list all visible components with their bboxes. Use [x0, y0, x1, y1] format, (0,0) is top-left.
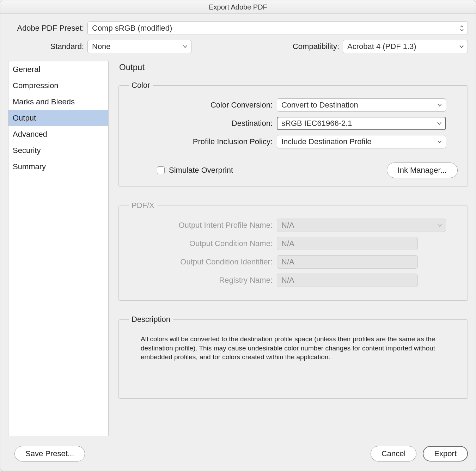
description-legend: Description: [129, 315, 173, 324]
cancel-label: Cancel: [382, 449, 405, 458]
registry-name-label: Registry Name:: [125, 276, 277, 285]
sidebar-item-label: Summary: [13, 162, 46, 171]
ink-manager-button[interactable]: Ink Manager...: [387, 163, 458, 178]
simulate-overprint-label: Simulate Overprint: [169, 166, 233, 175]
compatibility-select[interactable]: Acrobat 4 (PDF 1.3): [343, 40, 468, 53]
sidebar-item-label: Advanced: [13, 130, 47, 139]
pdfx-group: PDF/X Output Intent Profile Name: N/A Ou…: [118, 201, 468, 301]
condition-id-input: N/A: [277, 255, 418, 269]
destination-select[interactable]: sRGB IEC61966-2.1: [277, 117, 446, 130]
ink-manager-label: Ink Manager...: [398, 166, 447, 175]
sidebar-item-general[interactable]: General: [8, 61, 108, 78]
registry-name-value: N/A: [281, 276, 294, 285]
chevron-down-icon: [437, 103, 442, 107]
destination-label: Destination:: [125, 119, 277, 128]
sidebar-item-output[interactable]: Output: [8, 110, 108, 126]
sidebar-item-security[interactable]: Security: [8, 142, 108, 159]
condition-id-value: N/A: [281, 257, 294, 267]
intent-profile-value: N/A: [281, 221, 294, 230]
chevron-updown-icon: [460, 25, 464, 31]
cancel-button[interactable]: Cancel: [371, 446, 416, 461]
preset-select[interactable]: Comp sRGB (modified): [87, 22, 468, 35]
export-label: Export: [434, 449, 457, 458]
chevron-down-icon: [459, 45, 464, 48]
color-group: Color Color Conversion: Convert to Desti…: [118, 81, 468, 187]
output-panel: Output Color Color Conversion: Convert t…: [118, 61, 468, 442]
sidebar-item-label: Marks and Bleeds: [13, 97, 75, 106]
color-conversion-select[interactable]: Convert to Destination: [277, 98, 446, 112]
standard-value: None: [92, 42, 111, 51]
profile-policy-value: Include Destination Profile: [281, 137, 372, 146]
panel-title: Output: [119, 62, 468, 72]
compatibility-value: Acrobat 4 (PDF 1.3): [347, 42, 416, 51]
description-group: Description All colors will be converted…: [118, 315, 468, 399]
profile-policy-label: Profile Inclusion Policy:: [125, 137, 277, 146]
color-conversion-label: Color Conversion:: [125, 100, 277, 110]
sidebar-item-marks-and-bleeds[interactable]: Marks and Bleeds: [8, 94, 108, 110]
export-button[interactable]: Export: [423, 446, 468, 461]
intent-profile-select: N/A: [277, 219, 446, 232]
condition-name-value: N/A: [281, 239, 294, 248]
header: Adobe PDF Preset: Comp sRGB (modified) S…: [0, 14, 476, 61]
condition-name-label: Output Condition Name:: [125, 239, 277, 248]
preset-value: Comp sRGB (modified): [92, 24, 172, 33]
chevron-down-icon: [437, 140, 442, 143]
export-pdf-window: Export Adobe PDF Adobe PDF Preset: Comp …: [0, 0, 476, 471]
save-preset-label: Save Preset...: [25, 449, 74, 458]
sidebar-item-summary[interactable]: Summary: [8, 159, 108, 175]
simulate-overprint-checkbox[interactable]: Simulate Overprint: [157, 166, 233, 175]
profile-policy-select[interactable]: Include Destination Profile: [277, 135, 446, 148]
window-title: Export Adobe PDF: [0, 0, 476, 14]
description-text: All colors will be converted to the dest…: [125, 332, 461, 390]
destination-value: sRGB IEC61966-2.1: [281, 119, 352, 128]
standard-label: Standard:: [8, 42, 87, 51]
sidebar-item-label: Security: [13, 146, 41, 155]
chevron-down-icon: [437, 224, 442, 227]
chevron-down-icon: [183, 45, 188, 48]
sidebar-item-compression[interactable]: Compression: [8, 78, 108, 94]
footer: Save Preset... Cancel Export: [0, 442, 476, 471]
compatibility-label: Compatibility:: [293, 42, 343, 51]
standard-select[interactable]: None: [87, 40, 191, 53]
preset-label: Adobe PDF Preset:: [8, 24, 87, 33]
color-legend: Color: [129, 81, 153, 90]
sidebar: General Compression Marks and Bleeds Out…: [8, 61, 109, 436]
sidebar-item-label: General: [13, 65, 40, 74]
chevron-down-icon: [437, 122, 442, 125]
registry-name-input: N/A: [277, 274, 418, 287]
checkbox-box: [157, 166, 165, 174]
save-preset-button[interactable]: Save Preset...: [14, 446, 85, 461]
color-conversion-value: Convert to Destination: [281, 100, 358, 110]
sidebar-item-label: Compression: [13, 81, 59, 90]
sidebar-item-label: Output: [13, 114, 36, 122]
pdfx-legend: PDF/X: [129, 201, 157, 210]
intent-profile-label: Output Intent Profile Name:: [125, 221, 277, 230]
sidebar-item-advanced[interactable]: Advanced: [8, 126, 108, 142]
condition-id-label: Output Condition Identifier:: [125, 257, 277, 267]
condition-name-input: N/A: [277, 237, 418, 250]
